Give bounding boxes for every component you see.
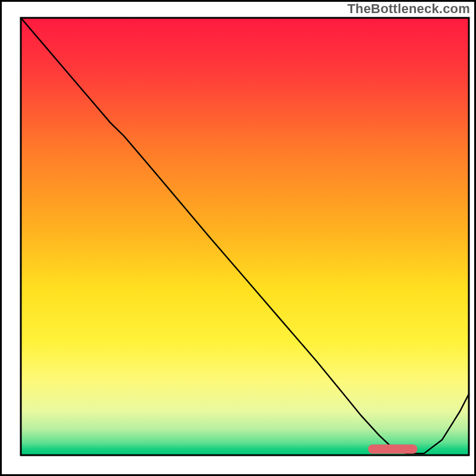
watermark-text: TheBottleneck.com	[347, 1, 470, 17]
plot-area	[21, 18, 469, 455]
optimal-range-marker	[368, 444, 418, 453]
bottleneck-chart	[0, 0, 476, 476]
